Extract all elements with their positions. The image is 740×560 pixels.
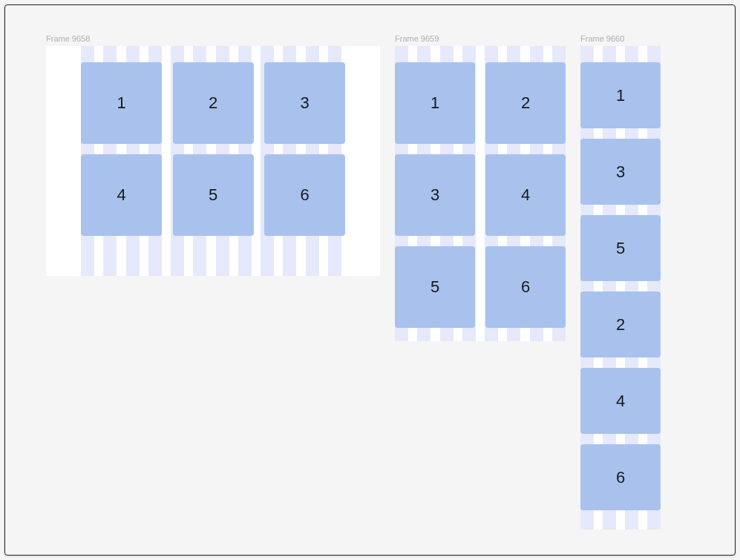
card-number: 6 bbox=[616, 468, 625, 487]
card-number: 3 bbox=[616, 162, 625, 182]
grid-card[interactable]: 2 bbox=[485, 62, 566, 144]
grid-card[interactable]: 5 bbox=[173, 154, 254, 236]
frame-label: Frame 9659 bbox=[395, 34, 439, 43]
grid-card[interactable]: 6 bbox=[580, 444, 661, 510]
card-number: 6 bbox=[300, 185, 309, 205]
card-number: 2 bbox=[209, 93, 217, 113]
grid-card[interactable]: 6 bbox=[485, 246, 566, 328]
grid-card[interactable]: 3 bbox=[395, 154, 475, 236]
grid-card[interactable]: 5 bbox=[395, 246, 475, 328]
grid-card[interactable]: 6 bbox=[264, 154, 345, 236]
card-number: 1 bbox=[616, 86, 625, 105]
grid-card[interactable]: 3 bbox=[264, 62, 345, 144]
grid-card[interactable]: 1 bbox=[395, 62, 475, 144]
card-number: 2 bbox=[521, 93, 530, 113]
grid-card[interactable]: 2 bbox=[580, 291, 661, 358]
card-container: 1 3 5 2 4 6 bbox=[580, 62, 661, 521]
card-number: 1 bbox=[430, 93, 439, 113]
grid-card[interactable]: 2 bbox=[173, 62, 254, 144]
frame-9660[interactable]: Frame 9660 1 3 5 2 4 6 bbox=[580, 46, 661, 530]
card-container: 1 2 3 4 5 6 bbox=[81, 62, 345, 246]
card-number: 4 bbox=[521, 185, 530, 205]
grid-card[interactable]: 4 bbox=[81, 154, 162, 236]
card-container: 1 2 3 4 5 6 bbox=[395, 62, 566, 338]
grid-card[interactable]: 4 bbox=[485, 154, 566, 236]
card-number: 4 bbox=[117, 185, 125, 205]
card-number: 3 bbox=[300, 93, 309, 113]
frame-9659[interactable]: Frame 9659 1 2 3 4 5 6 bbox=[395, 46, 566, 341]
card-number: 1 bbox=[117, 93, 125, 113]
design-canvas[interactable]: Frame 9658 1 2 3 4 5 6 Frame 9659 1 2 3 … bbox=[4, 4, 736, 556]
frame-label: Frame 9660 bbox=[580, 34, 624, 43]
card-number: 5 bbox=[209, 185, 217, 205]
frame-9658[interactable]: Frame 9658 1 2 3 4 5 6 bbox=[46, 46, 380, 276]
grid-card[interactable]: 5 bbox=[580, 215, 661, 281]
card-number: 5 bbox=[430, 277, 439, 297]
grid-card[interactable]: 3 bbox=[580, 139, 661, 205]
frame-label: Frame 9658 bbox=[46, 34, 90, 43]
card-number: 6 bbox=[521, 277, 530, 297]
card-number: 3 bbox=[430, 185, 439, 205]
grid-card[interactable]: 1 bbox=[580, 62, 661, 128]
card-number: 5 bbox=[616, 239, 625, 258]
card-number: 2 bbox=[616, 315, 625, 335]
grid-card[interactable]: 4 bbox=[580, 368, 661, 434]
grid-card[interactable]: 1 bbox=[81, 62, 162, 144]
card-number: 4 bbox=[616, 392, 625, 411]
